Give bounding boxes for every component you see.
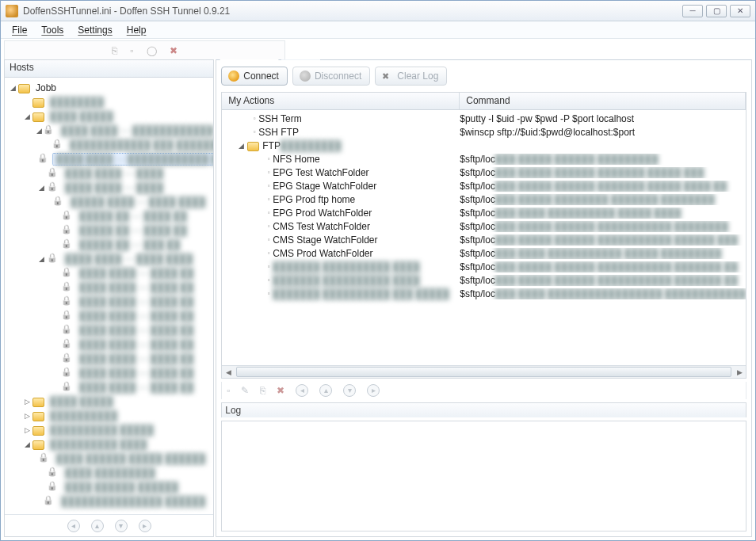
expander-icon[interactable]: ◢: [8, 84, 17, 92]
tree-node[interactable]: ████ ████ — ████ ██: [8, 380, 213, 394]
tree-node[interactable]: ▷████ █████: [8, 394, 213, 409]
expander-icon[interactable]: ◢: [22, 440, 32, 448]
tree-node[interactable]: ████ ████ — ████ ██: [8, 337, 213, 352]
tree-node[interactable]: ████ ████ — ████ ██: [8, 366, 213, 380]
action-bullet-icon: ▫: [250, 128, 258, 135]
log-nav-4[interactable]: ▸: [367, 384, 380, 397]
log-nav-1[interactable]: ◂: [296, 384, 308, 397]
col-my-actions[interactable]: My Actions: [222, 93, 460, 109]
nav-first-button[interactable]: ◂: [67, 520, 80, 532]
tree-node[interactable]: ████████████ ███ ███████: [8, 138, 213, 152]
tree-node[interactable]: █████ ████ — ████ ████: [8, 195, 213, 209]
tree-node-label: ████ ██████ █████ ██████: [53, 453, 209, 464]
action-row[interactable]: ▫EPG Test WatchFolder$sftp/loc███ █████ …: [222, 166, 746, 179]
tree-root[interactable]: ◢Jobb: [8, 81, 213, 95]
log-nav-2[interactable]: ▴: [319, 384, 332, 397]
log-btn-3[interactable]: ⎘: [260, 385, 265, 396]
maximize-button[interactable]: ▢: [706, 5, 727, 17]
tree-node[interactable]: ████ ████ — ████ ██: [8, 352, 213, 366]
hosts-tree[interactable]: ◢Jobb ████████◢████ █████◢████ ████ — ██…: [5, 78, 213, 514]
nav-last-button[interactable]: ▸: [139, 520, 151, 532]
tree-node[interactable]: ████ ████ — ████ ██: [8, 323, 213, 337]
nav-up-button[interactable]: ▴: [91, 520, 104, 532]
nav-down-button[interactable]: ▾: [115, 520, 128, 532]
action-row[interactable]: ▫███████ ██████████ ████$sftp/loc███ ███…: [222, 260, 746, 273]
expander-icon[interactable]: ◢: [22, 112, 32, 120]
minimize-button[interactable]: ─: [682, 5, 703, 17]
scroll-left-icon[interactable]: ◀: [222, 368, 235, 376]
action-row[interactable]: ▫NFS Home$sftp/loc███ █████ ██████ █████…: [222, 152, 746, 166]
tree-node[interactable]: █████ ██ — ████ ██: [8, 223, 213, 238]
tree-node[interactable]: ◢██████████ ████: [8, 437, 213, 451]
scroll-thumb[interactable]: [236, 367, 731, 377]
action-label: NFS Home: [273, 154, 319, 165]
action-row[interactable]: ▫███████ ██████████ ███ █████$sftp/loc██…: [222, 287, 746, 300]
action-row[interactable]: ▫EPG Prod ftp home$sftp/loc███ █████ ███…: [222, 192, 746, 206]
log-nav-3[interactable]: ▾: [343, 384, 356, 397]
close-button[interactable]: ✕: [730, 5, 750, 17]
menu-settings[interactable]: Settings: [71, 23, 118, 37]
delete-icon[interactable]: ✖: [170, 45, 178, 56]
menu-help[interactable]: Help: [120, 23, 153, 37]
tab-edit[interactable]: Edit: [281, 59, 321, 60]
tree-node[interactable]: ████ ████ — ████ ██: [8, 266, 213, 280]
tree-node[interactable]: █████ ██ — ███ ██: [8, 238, 213, 252]
scroll-right-icon[interactable]: ▶: [733, 368, 746, 376]
menu-file[interactable]: File: [6, 23, 33, 37]
tree-node[interactable]: █████ ██ — ████ ██: [8, 209, 213, 223]
log-btn-1[interactable]: ▫: [227, 385, 230, 396]
action-row[interactable]: ▫███████ ██████████ ████$sftp/loc███ ███…: [222, 273, 746, 287]
tree-node[interactable]: ◢████ █████: [8, 109, 213, 124]
expander-icon[interactable]: ▷: [22, 412, 32, 420]
disconnect-button[interactable]: Disconnect: [292, 67, 370, 86]
tree-node[interactable]: ████ ████ — ████ ██: [8, 295, 213, 309]
tree-node-label: ████ ████ — ████ ██: [76, 296, 197, 307]
toolbar-btn-1[interactable]: ⎘: [112, 45, 117, 56]
action-command: $sftp/loc███ ████ ███████████ █████ ████…: [460, 248, 746, 259]
expander-icon[interactable]: ◢: [36, 255, 46, 263]
tab-connect[interactable]: Connect: [220, 59, 279, 60]
tree-node[interactable]: ▷██████████ █████: [8, 423, 213, 437]
tree-node[interactable]: ████ ██████ ██████: [8, 480, 213, 494]
tree-node-label: ████ ████ — ████ ██: [76, 353, 197, 364]
tree-node[interactable]: ████ ████ — ████: [8, 166, 213, 181]
tree-node[interactable]: ████████: [8, 95, 213, 109]
expander-icon[interactable]: ▷: [22, 426, 32, 434]
expander-icon[interactable]: ◢: [36, 127, 42, 135]
tree-node[interactable]: ▷██████████: [8, 409, 213, 423]
tree-selected-node[interactable]: ████ ████ — ████████████ ████: [8, 152, 213, 166]
action-bullet-icon: ▫: [265, 196, 273, 203]
clear-log-button[interactable]: Clear Log: [375, 67, 447, 86]
actions-hscrollbar[interactable]: ◀ ▶: [222, 365, 746, 378]
action-row[interactable]: ▫EPG Stage WatchFolder$sftp/loc███ █████…: [222, 179, 746, 192]
toolbar-btn-2[interactable]: ▫: [130, 45, 133, 56]
tree-node[interactable]: ████ █████████: [8, 466, 213, 480]
tree-node[interactable]: ████ ██████ █████ ██████: [8, 451, 213, 466]
connect-button[interactable]: Connect: [221, 67, 288, 86]
tree-node[interactable]: ████ ████ — ████ ██: [8, 280, 213, 295]
action-row[interactable]: ▫EPG Prod WatchFolder$sftp/loc███ ████ █…: [222, 206, 746, 219]
log-area[interactable]: [221, 421, 746, 531]
log-btn-2[interactable]: ✎: [241, 385, 249, 396]
action-row[interactable]: ▫SSH Term$putty -l $uid -pw $pwd -P $por…: [222, 112, 746, 125]
toolbar-btn-3[interactable]: ◯: [147, 45, 157, 56]
tree-node-label: ████████: [47, 97, 107, 108]
log-delete-icon[interactable]: ✖: [277, 385, 284, 396]
tree-node[interactable]: ███████████████ ██████: [8, 494, 213, 509]
expander-icon[interactable]: ◢: [236, 142, 246, 150]
menu-tools[interactable]: Tools: [35, 23, 70, 37]
tree-node[interactable]: ◢████ ████ — ████ ████: [8, 252, 213, 266]
expander-icon[interactable]: ◢: [36, 184, 46, 192]
action-row[interactable]: ▫CMS Stage WatchFolder$sftp/loc███ █████…: [222, 233, 746, 246]
action-row[interactable]: ▫CMS Prod WatchFolder$sftp/loc███ ████ █…: [222, 246, 746, 260]
action-row[interactable]: ◢FTP █████████: [222, 139, 746, 152]
tree-node[interactable]: ◢████ ████ — ████: [8, 181, 213, 195]
col-command[interactable]: Command: [460, 93, 746, 109]
actions-grid-body[interactable]: ▫SSH Term$putty -l $uid -pw $pwd -P $por…: [222, 110, 746, 365]
tree-node[interactable]: ◢████ ████ — ████████████ ████: [8, 124, 213, 138]
expander-icon[interactable]: ▷: [22, 398, 32, 406]
lock-icon: [47, 481, 59, 493]
action-row[interactable]: ▫CMS Test WatchFolder$sftp/loc███ █████ …: [222, 219, 746, 233]
tree-node[interactable]: ████ ████ — ████ ██: [8, 309, 213, 323]
action-row[interactable]: ▫SSH FTP$winscp sftp://$uid:$pwd@localho…: [222, 125, 746, 139]
